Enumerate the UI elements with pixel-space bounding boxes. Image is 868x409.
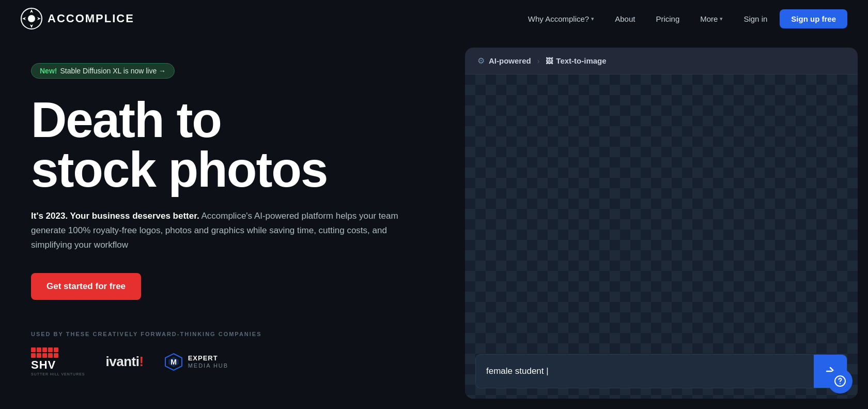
- demo-header: ⚙ AI-powered › 🖼 Text-to-image: [465, 48, 858, 74]
- chevron-down-icon: ▾: [720, 16, 723, 22]
- chevron-down-icon: ▾: [591, 16, 594, 22]
- hero-subtitle-bold: It's 2023. Your business deserves better…: [31, 211, 199, 221]
- demo-input-area: [465, 344, 858, 399]
- logo-text: ACCOMPLICE: [48, 12, 134, 25]
- companies-label: USED BY THESE CREATIVELY FORWARD-THINKIN…: [31, 331, 434, 337]
- emh-icon: M: [164, 353, 183, 371]
- shv-subname: SUTTER HILL VENTURES: [31, 372, 85, 376]
- demo-checker-area: [465, 74, 858, 399]
- badge-text: Stable Diffusion XL is now live →: [60, 67, 166, 75]
- svg-point-6: [840, 383, 841, 384]
- svg-point-1: [28, 15, 35, 22]
- demo-header-sub: 🖼 Text-to-image: [546, 56, 606, 65]
- shv-name: SHV: [31, 359, 85, 371]
- nav-about[interactable]: About: [607, 10, 643, 27]
- demo-header-separator: ›: [537, 57, 540, 65]
- hero-title-line1: Death to: [31, 92, 221, 147]
- demo-header-sub-text: Text-to-image: [556, 56, 606, 65]
- navbar: ACCOMPLICE Why Accomplice? ▾ About Prici…: [0, 0, 868, 37]
- image-prompt-input[interactable]: [476, 357, 814, 386]
- cta-button[interactable]: Get started for free: [31, 273, 141, 300]
- help-button[interactable]: [828, 369, 853, 393]
- company-logo-emh: M EXPERT MEDIA HUB: [164, 353, 229, 371]
- hero-title: Death to stock photos: [31, 95, 434, 194]
- hero-left: New! Stable Diffusion XL is now live → D…: [0, 37, 465, 409]
- ai-powered-icon: ⚙: [477, 56, 485, 66]
- hero-subtitle: It's 2023. Your business deserves better…: [31, 209, 408, 252]
- demo-panel: ⚙ AI-powered › 🖼 Text-to-image: [465, 48, 858, 399]
- demo-input-row: [475, 354, 847, 388]
- emh-text: EXPERT MEDIA HUB: [188, 354, 229, 369]
- logo-link[interactable]: ACCOMPLICE: [21, 8, 134, 29]
- question-mark-icon: [834, 375, 846, 387]
- demo-header-text: AI-powered: [489, 56, 531, 65]
- badge-new-label: New!: [40, 67, 57, 75]
- shv-grid: [31, 347, 85, 358]
- nav-more[interactable]: More ▾: [692, 10, 731, 27]
- signin-link[interactable]: Sign in: [735, 10, 776, 27]
- signup-button[interactable]: Sign up free: [780, 9, 847, 28]
- text-to-image-icon: 🖼: [546, 57, 553, 65]
- hero-title-line2: stock photos: [31, 142, 327, 197]
- nav-pricing[interactable]: Pricing: [647, 10, 688, 27]
- company-logo-shv: SHV SUTTER HILL VENTURES: [31, 347, 85, 376]
- hero-section: New! Stable Diffusion XL is now live → D…: [0, 37, 868, 409]
- nav-why-accomplice[interactable]: Why Accomplice? ▾: [520, 10, 602, 27]
- new-badge[interactable]: New! Stable Diffusion XL is now live →: [31, 63, 175, 79]
- nav-links: Why Accomplice? ▾ About Pricing More ▾ S…: [520, 9, 847, 28]
- hero-right: ⚙ AI-powered › 🖼 Text-to-image: [465, 37, 868, 409]
- company-logo-ivanti: ivanti​!: [106, 354, 144, 370]
- companies-logos: SHV SUTTER HILL VENTURES ivanti​! M EXPE…: [31, 347, 434, 376]
- logo-icon: [21, 8, 42, 29]
- svg-text:M: M: [171, 358, 177, 366]
